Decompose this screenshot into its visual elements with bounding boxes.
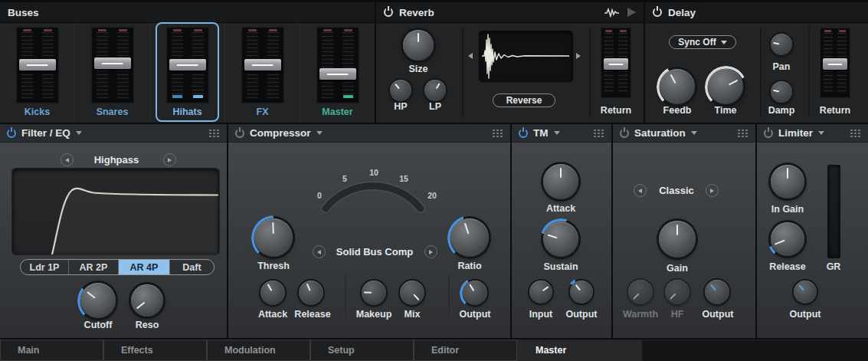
makeup-knob[interactable] [362, 281, 386, 305]
mix-knob[interactable] [400, 281, 424, 305]
clip-led [323, 29, 332, 31]
fx-fader[interactable] [241, 27, 284, 103]
filter-mode-label: Highpass [78, 154, 155, 166]
power-icon[interactable] [764, 129, 773, 138]
bus-channel-master[interactable]: Master [300, 23, 375, 123]
fader-handle[interactable] [94, 57, 131, 69]
next-mode-button[interactable] [163, 153, 176, 166]
segment-ar-4p-active[interactable]: AR 4P [119, 260, 170, 274]
segment-ar-2p[interactable]: AR 2P [69, 260, 119, 274]
fader-handle[interactable] [604, 58, 628, 70]
chevron-down-icon[interactable] [691, 131, 697, 135]
sync-dropdown[interactable]: Sync Off [669, 35, 736, 49]
tm-output-knob[interactable] [570, 281, 593, 304]
hihats-fader[interactable] [166, 27, 209, 103]
tm-header: TM [512, 124, 611, 143]
kicks-fader[interactable] [16, 27, 59, 103]
limiter-release-knob[interactable] [771, 222, 804, 256]
chevron-down-icon[interactable] [76, 131, 82, 135]
bus-channel-fx[interactable]: FX [225, 23, 300, 123]
delay-return-fader[interactable] [820, 28, 850, 98]
chevron-down-icon[interactable] [554, 131, 560, 135]
tab-modulation[interactable]: Modulation [207, 340, 310, 361]
power-icon[interactable] [384, 8, 393, 17]
hf-knob[interactable] [665, 280, 689, 304]
reverb-return-fader[interactable] [601, 28, 631, 98]
waveform-icon[interactable] [604, 7, 620, 18]
gauge-tick: 20 [427, 191, 437, 200]
delay-header: Delay [645, 2, 868, 23]
tm-input-label: Input [529, 309, 553, 320]
comp-model-label: Solid Bus Comp [329, 246, 421, 258]
power-icon[interactable] [7, 129, 16, 138]
reverse-button[interactable]: Reverse [493, 94, 555, 107]
reverb-header-icons [604, 7, 636, 18]
power-icon[interactable] [653, 8, 662, 17]
fader-handle[interactable] [169, 59, 206, 71]
pan-knob[interactable] [771, 34, 792, 55]
tab-editor[interactable]: Editor [414, 340, 517, 361]
drag-handle-icon[interactable] [593, 129, 604, 137]
chevron-down-icon[interactable] [316, 131, 323, 135]
size-knob[interactable] [403, 30, 434, 61]
tab-setup[interactable]: Setup [310, 340, 414, 361]
comp-output-knob[interactable] [463, 281, 487, 305]
segment-ldr-1p[interactable]: Ldr 1P [21, 260, 69, 274]
snares-fader[interactable] [91, 27, 134, 103]
prev-ir-arrow[interactable] [468, 53, 473, 59]
bus-channel-hihats-selected[interactable]: Hihats [150, 23, 225, 123]
cutoff-knob[interactable] [80, 283, 116, 318]
next-ir-arrow[interactable] [576, 53, 581, 59]
chevron-down-icon[interactable] [818, 131, 824, 135]
tm-attack-knob[interactable] [543, 164, 578, 199]
fader-handle[interactable] [244, 59, 281, 71]
tm-input-knob[interactable] [529, 281, 552, 304]
power-icon[interactable] [235, 129, 244, 138]
power-icon[interactable] [620, 129, 629, 138]
power-icon[interactable] [519, 129, 528, 138]
drag-handle-icon[interactable] [208, 129, 220, 137]
ratio-knob[interactable] [450, 218, 489, 257]
tm-sustain-knob[interactable] [543, 222, 578, 257]
master-fader[interactable] [316, 27, 359, 103]
drag-handle-icon[interactable] [737, 129, 748, 137]
limiter-output-knob[interactable] [794, 281, 817, 304]
prev-mode-button[interactable] [61, 153, 74, 166]
next-model-button[interactable] [424, 245, 437, 258]
hp-knob[interactable] [390, 80, 411, 101]
reso-knob[interactable] [131, 284, 163, 317]
filter-eq-title: Filter / EQ [21, 127, 70, 139]
warmth-knob[interactable] [628, 280, 653, 304]
gain-knob[interactable] [659, 221, 696, 258]
tab-main[interactable]: Main [0, 340, 103, 361]
fader-handle[interactable] [19, 59, 56, 71]
tab-master-active[interactable]: Master [517, 340, 642, 361]
segment-daft[interactable]: Daft [170, 260, 214, 274]
time-knob[interactable] [708, 69, 743, 104]
filter-eq-header: Filter / EQ [0, 124, 227, 143]
drag-handle-icon[interactable] [850, 129, 861, 137]
knob-indicator [525, 276, 557, 308]
thresh-knob[interactable] [254, 218, 293, 257]
bus-channel-snares[interactable]: Snares [75, 23, 150, 123]
damp-knob[interactable] [771, 81, 792, 103]
comp-release-knob[interactable] [299, 281, 323, 305]
fader-handle[interactable] [823, 58, 847, 70]
filter-type-segmented-control: Ldr 1P AR 2P AR 4P Daft [20, 259, 215, 275]
fader-rail [322, 32, 333, 98]
play-icon[interactable] [627, 8, 636, 17]
knob-indicator [702, 63, 749, 110]
next-sat-mode-button[interactable] [706, 184, 719, 197]
comp-attack-knob[interactable] [260, 281, 285, 305]
sat-output-knob[interactable] [705, 280, 729, 304]
in-gain-knob[interactable] [771, 165, 804, 199]
bus-channel-kicks[interactable]: Kicks [0, 23, 75, 123]
prev-model-button[interactable] [313, 245, 326, 258]
fader-handle[interactable] [319, 68, 356, 80]
sat-output-label: Output [703, 309, 734, 320]
feedb-knob[interactable] [660, 69, 695, 104]
reverse-label: Reverse [506, 95, 542, 106]
drag-handle-icon[interactable] [492, 129, 503, 137]
tab-effects[interactable]: Effects [103, 340, 207, 361]
lp-knob[interactable] [424, 80, 446, 101]
